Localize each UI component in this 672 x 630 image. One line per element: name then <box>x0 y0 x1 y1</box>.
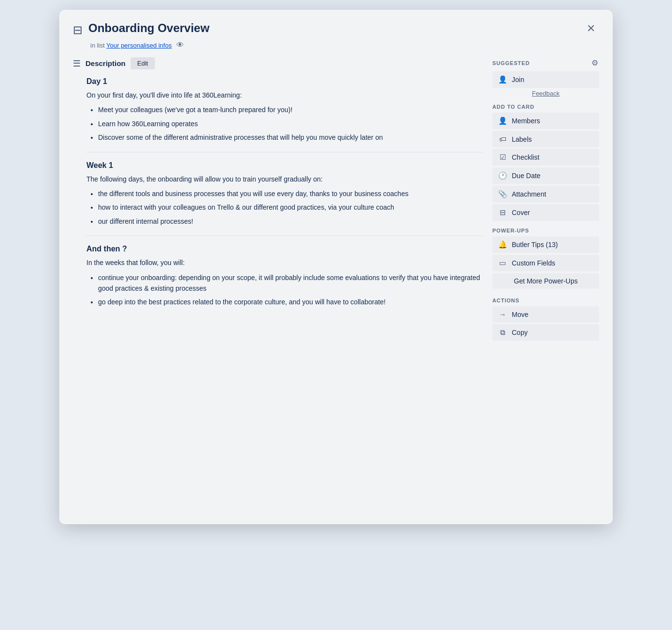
move-button[interactable]: → Move <box>492 306 599 322</box>
list-item: Meet your colleagues (we've got a team-l… <box>98 104 483 115</box>
main-content: ☰ Description Edit Day 1 On your first d… <box>73 57 483 511</box>
join-label: Join <box>512 76 524 83</box>
join-button[interactable]: 👤 Join <box>492 71 599 88</box>
members-label: Members <box>512 117 540 125</box>
sidebar: SUGGESTED ⚙ 👤 Join Feedback ADD TO CARD … <box>492 57 599 511</box>
actions-text: ACTIONS <box>492 298 520 303</box>
list-item: continue your onboarding: depending on y… <box>98 272 483 294</box>
custom-fields-button[interactable]: ▭ Custom Fields <box>492 255 599 271</box>
divider <box>86 235 483 236</box>
add-to-card-label: ADD TO CARD <box>492 104 599 110</box>
day1-heading: Day 1 <box>86 77 483 86</box>
copy-icon: ⧉ <box>498 328 507 337</box>
labels-label: Labels <box>512 135 532 143</box>
edit-button[interactable]: Edit <box>131 57 155 69</box>
members-icon: 👤 <box>498 116 507 125</box>
copy-label: Copy <box>512 329 528 336</box>
andthen-intro: In the weeks that follow, you will: <box>86 257 483 268</box>
move-label: Move <box>512 311 528 318</box>
list-item: our different internal processes! <box>98 216 483 227</box>
attachment-icon: 📎 <box>498 190 507 199</box>
custom-fields-label: Custom Fields <box>512 259 555 267</box>
cover-button[interactable]: ⊟ Cover <box>492 204 599 221</box>
butler-tips-button[interactable]: 🔔 Butler Tips (13) <box>492 236 599 253</box>
card-modal: ⊟ Onboarding Overview ✕ in list Your per… <box>59 10 613 524</box>
copy-button[interactable]: ⧉ Copy <box>492 324 599 341</box>
custom-fields-icon: ▭ <box>498 259 507 267</box>
checklist-button[interactable]: ☑ Checklist <box>492 149 599 166</box>
attachment-label: Attachment <box>512 190 546 198</box>
andthen-heading: And then ? <box>86 245 483 253</box>
list-link[interactable]: Your personalised infos <box>106 42 172 49</box>
divider <box>86 152 483 152</box>
due-date-button[interactable]: 🕐 Due Date <box>492 167 599 184</box>
butler-icon: 🔔 <box>498 240 507 249</box>
close-button[interactable]: ✕ <box>583 21 599 36</box>
description-body: Day 1 On your first day, you'll dive int… <box>73 77 483 308</box>
monitor-icon: ⊟ <box>73 23 83 37</box>
card-title: Onboarding Overview <box>88 21 209 35</box>
get-more-power-ups-button[interactable]: Get More Power-Ups <box>492 273 599 289</box>
week1-heading: Week 1 <box>86 161 483 170</box>
day1-list: Meet your colleagues (we've got a team-l… <box>98 104 483 143</box>
butler-tips-label: Butler Tips (13) <box>512 241 558 249</box>
list-item: the different tools and business process… <box>98 188 483 199</box>
person-icon: 👤 <box>498 75 507 84</box>
actions-label: ACTIONS <box>492 298 599 303</box>
suggested-label: SUGGESTED ⚙ <box>492 57 599 68</box>
eye-icon: 👁 <box>176 41 184 49</box>
list-item: Discover some of the different administr… <box>98 132 483 143</box>
cover-icon: ⊟ <box>498 208 507 217</box>
modal-header: ⊟ Onboarding Overview ✕ <box>73 21 599 37</box>
week1-intro: The following days, the onboarding will … <box>86 174 483 184</box>
subtitle-prefix: in list <box>90 42 105 49</box>
add-to-card-text: ADD TO CARD <box>492 104 534 110</box>
power-ups-label: POWER-UPS <box>492 228 599 233</box>
labels-button[interactable]: 🏷 Labels <box>492 131 599 147</box>
due-date-label: Due Date <box>512 172 540 180</box>
suggested-text: SUGGESTED <box>492 60 530 66</box>
gear-button[interactable]: ⚙ <box>590 57 599 68</box>
week1-list: the different tools and business process… <box>98 188 483 227</box>
modal-subtitle: in list Your personalised infos 👁 <box>90 41 599 50</box>
list-item: how to interact with your colleagues on … <box>98 202 483 213</box>
andthen-list: continue your onboarding: depending on y… <box>98 272 483 308</box>
feedback-button[interactable]: Feedback <box>492 90 599 97</box>
cover-label: Cover <box>512 209 530 216</box>
move-icon: → <box>498 310 507 318</box>
power-ups-text: POWER-UPS <box>492 228 529 233</box>
list-item: go deep into the best practices related … <box>98 297 483 307</box>
description-header: ☰ Description Edit <box>73 57 483 69</box>
labels-icon: 🏷 <box>498 135 507 143</box>
title-area: ⊟ Onboarding Overview <box>73 21 209 37</box>
list-item: Learn how 360Learning operates <box>98 118 483 129</box>
description-title: Description <box>85 59 126 67</box>
due-date-icon: 🕐 <box>498 171 507 180</box>
attachment-button[interactable]: 📎 Attachment <box>492 186 599 202</box>
day1-intro: On your first day, you'll dive into life… <box>86 90 483 100</box>
members-button[interactable]: 👤 Members <box>492 113 599 129</box>
modal-body: ☰ Description Edit Day 1 On your first d… <box>73 57 599 511</box>
checklist-icon: ☑ <box>498 153 507 162</box>
checklist-label: Checklist <box>512 153 539 161</box>
description-icon: ☰ <box>73 58 81 69</box>
